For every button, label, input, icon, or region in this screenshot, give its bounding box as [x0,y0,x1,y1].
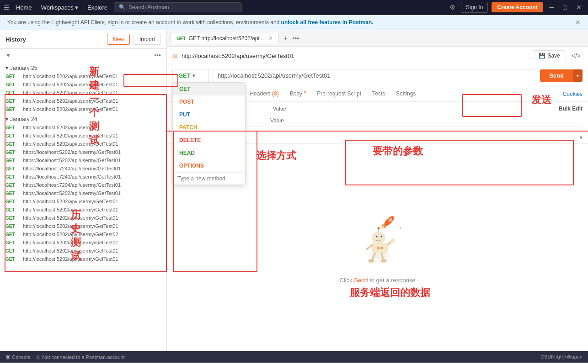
import-button[interactable]: Import [134,34,161,45]
list-item[interactable]: GET https://localhost:7240/api/usermy/Ge… [0,173,166,181]
send-dropdown-button[interactable]: ▾ [573,69,583,82]
method-option-post[interactable]: POST [173,95,245,108]
list-item[interactable]: GET http://localhost:5202/api/usermy/Get… [0,255,166,263]
list-item[interactable]: GET http://localhost:5202/api/usermy/Get… [0,97,166,105]
method-option-get[interactable]: GET [173,83,245,95]
method-badge: GET [5,142,19,147]
list-item[interactable]: GET http://localhost:5202/api/usermy/Get… [0,140,166,148]
tab-tests[interactable]: Tests [368,87,390,101]
sidebar-more-icon[interactable]: ••• [154,52,161,59]
method-badge: GET [5,183,19,188]
bulk-edit-button[interactable]: Bulk Edit [559,106,583,112]
info-banner: You are using the Lightweight API Client… [0,15,588,30]
response-send-link[interactable]: Send [354,277,368,284]
list-item[interactable]: GET http://localhost:5202/api/usermy/Get… [0,222,166,230]
maximize-button[interactable]: □ [561,4,570,11]
history-url: https://localhost:7240/api/usermy/GetTes… [23,174,121,179]
method-label: GET [178,72,191,79]
svg-point-25 [395,230,396,231]
cookies-link[interactable]: Cookies [563,91,583,97]
list-item[interactable]: GET http://localhost:5202/api/usermy/Get… [0,238,166,247]
request-header: ⊞ http://localhost:5202/api/usermy/GetTe… [167,47,588,65]
list-item[interactable]: GET http://localhost:5202/api/usermy/Get… [0,197,166,206]
history-url: http://localhost:5202/api/usermy/GetTest… [23,215,118,221]
list-item[interactable]: GET https://localhost:7240/api/usermy/Ge… [0,164,166,173]
list-item[interactable]: GET http://localhost:5202/api/usermy/Get… [0,80,166,89]
minimize-button[interactable]: ─ [547,4,557,11]
tab-settings[interactable]: Settings [391,87,420,101]
list-item[interactable]: GET http://localhost:5202/api/usermy/Get… [0,132,166,140]
list-item[interactable]: GET http://localhost:5202/api/usermy/Get… [0,89,166,97]
explore-link[interactable]: Explore [85,4,110,11]
code-icon[interactable]: </> [570,50,583,61]
tab-headers[interactable]: Headers (8) [245,87,283,101]
tab-active[interactable]: GET GET http://localhost:5202/api... ✕ [171,33,279,44]
list-item[interactable]: GET https://localhost:5202/api/usermy/Ge… [0,148,166,156]
console-toggle[interactable]: ▣ Console [5,354,30,360]
method-option-put[interactable]: PUT [173,108,245,121]
list-item[interactable]: GET https://localhost:5202/api/usermy/Ge… [0,156,166,164]
console-icon: ▣ [5,354,10,360]
method-select[interactable]: GET ▾ [172,69,209,82]
history-url: http://localhost:5202/api/usermy/GetTest… [23,133,118,138]
list-item[interactable]: GET https://localhost:5202/api/usermy/Ge… [0,189,166,197]
method-option-delete[interactable]: DELETE [173,134,245,147]
tab-pre-request[interactable]: Pre-request Script [312,87,366,101]
home-link[interactable]: Home [13,4,35,11]
tab-more-button[interactable]: ••• [292,35,299,42]
tab-label: GET http://localhost:5202/api... [189,35,264,42]
save-button[interactable]: 💾 Save [533,50,566,61]
tab-add-button[interactable]: + [281,34,290,42]
tab-close-icon[interactable]: ✕ [268,35,273,42]
filter-icon[interactable]: ▼ [5,52,11,58]
method-badge: GET [5,158,19,163]
banner-text: You are using the Lightweight API Client… [7,19,374,26]
params-value-input[interactable] [268,116,583,125]
main-layout: History New Import ▼ ••• ▾ January 25 GE… [0,30,588,351]
method-option-options[interactable]: OPTIONS [173,159,245,172]
method-badge: GET [5,199,19,204]
method-badge: GET [5,216,19,221]
method-new-input[interactable] [177,175,241,182]
method-dropdown: GET POST PUT PATCH DELETE HEAD OPTIONS [172,82,246,185]
menu-icon[interactable]: ☰ [4,4,10,11]
settings-icon[interactable]: ⚙ [448,2,457,13]
workspaces-menu[interactable]: Workspaces ▾ [38,4,81,11]
topbar: ☰ Home Workspaces ▾ Explore 🔍 Search Pos… [0,0,588,15]
history-url: http://localhost:5202/api/usermy/GetTest… [23,106,118,112]
params-value-header: Value [273,106,559,111]
send-button[interactable]: Send [540,69,573,82]
list-item[interactable]: GET http://localhost:5202/api/usermy/Get… [0,206,166,214]
list-item[interactable]: GET http://localhost:5202/api/usermy/Get… [0,214,166,222]
new-button[interactable]: New [107,34,130,45]
svg-point-23 [400,227,401,228]
close-button[interactable]: ✕ [573,4,584,11]
method-badge: GET [5,74,19,79]
sidebar-header: History New Import [0,30,166,49]
banner-close-icon[interactable]: ✕ [575,19,581,26]
signin-button[interactable]: Sign In [461,2,488,13]
create-account-button[interactable]: Create Account [492,2,543,12]
list-item[interactable]: GET http://localhost:5202/api/usermy/Get… [0,230,166,238]
sidebar-content: ▾ January 25 GET http://localhost:5202/a… [0,62,166,351]
svg-point-4 [380,259,387,263]
list-item[interactable]: GET http://localhost:5202/api/usermy/Get… [0,247,166,255]
tab-body[interactable]: Body ● [285,86,311,101]
method-new-input-area [173,172,245,185]
list-item[interactable]: GET https://localhost:7204/api/usermy/Ge… [0,181,166,189]
list-item[interactable]: GET http://localhost:5202/api/usermy/Get… [0,72,166,80]
history-url: https://localhost:5202/api/usermy/GetTes… [23,158,121,163]
list-item[interactable]: GET http://localhost:5202/api/usermy/Get… [0,105,166,113]
search-bar[interactable]: 🔍 Search Postman [114,2,242,12]
list-item[interactable]: GET http://localhost:5202/api/usermy [0,123,166,132]
method-badge: GET [5,125,19,130]
url-input[interactable] [213,69,536,82]
sidebar-filter-bar: ▼ ••• [0,49,166,62]
watermark: CSDN @小全upun [540,353,583,360]
url-bar: GET ▾ GET POST PUT PATCH DELETE HEAD OPT… [167,65,588,86]
svg-point-3 [368,259,374,263]
method-option-head[interactable]: HEAD [173,147,245,159]
request-icon: ⊞ [172,52,178,59]
sidebar: History New Import ▼ ••• ▾ January 25 GE… [0,30,167,351]
method-option-patch[interactable]: PATCH [173,121,245,134]
